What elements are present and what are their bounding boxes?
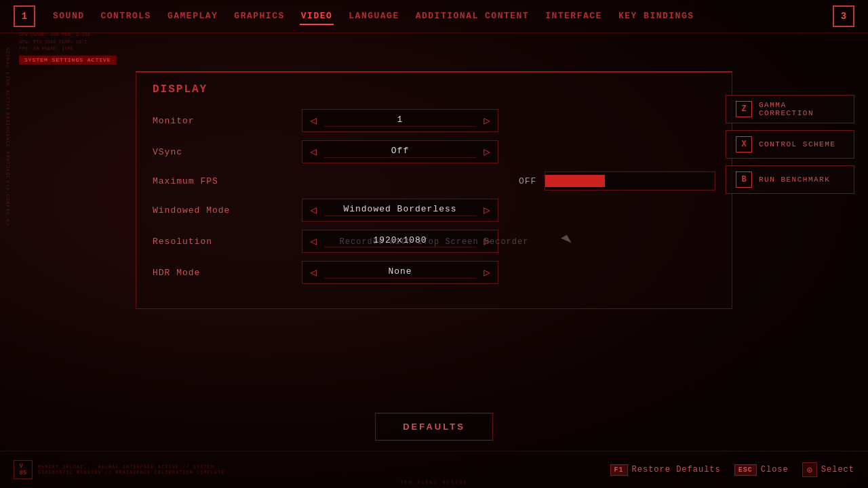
tab-video[interactable]: VIDEO: [300, 8, 334, 25]
v-badge: V85: [14, 460, 33, 479]
select-icon: ⊙: [802, 462, 817, 477]
control-scheme-label: CONTROL SCHEME: [759, 140, 835, 148]
tab-gameplay[interactable]: GAMEPLAY: [166, 8, 219, 25]
hdr-mode-selector[interactable]: ◁ None ▷: [302, 261, 498, 284]
hdr-mode-next-btn[interactable]: ▷: [476, 262, 498, 283]
hdr-mode-label: HDR Mode: [153, 268, 288, 278]
windowed-mode-next-btn[interactable]: ▷: [476, 199, 498, 221]
watermark: Recorded with iTop Screen Recorder: [340, 237, 529, 247]
tab-key-bindings[interactable]: KEY BINDINGS: [617, 8, 696, 25]
vsync-row: VSync ◁ Off ▷: [153, 140, 715, 163]
vsync-label: VSync: [153, 147, 288, 157]
defaults-btn-container: DEFAULTS: [375, 413, 493, 441]
select-control[interactable]: ⊙ Select: [802, 462, 854, 477]
top-left-info: CPU USAGE: 45% MEM: 8.2GB GPU: RTX 3080 …: [19, 31, 90, 53]
bottom-left-info: V85 MEMORY UPLOAD... NEURAL INTERFACE AC…: [14, 460, 241, 479]
windowed-mode-label: Windowed Mode: [153, 205, 288, 216]
gamma-correction-btn[interactable]: Z GAMMA CORRECTION: [726, 95, 854, 123]
run-benchmark-key: B: [736, 171, 752, 188]
vsync-next-btn[interactable]: ▷: [476, 141, 498, 163]
section-title: Display: [153, 83, 715, 96]
right-shortcuts: Z GAMMA CORRECTION X CONTROL SCHEME B RU…: [726, 95, 854, 194]
vsync-prev-btn[interactable]: ◁: [302, 141, 324, 163]
tab-interface[interactable]: INTERFACE: [544, 8, 604, 25]
tab-language[interactable]: LANGUAGE: [347, 8, 400, 25]
close-control[interactable]: ESC Close: [734, 464, 789, 476]
hdr-mode-prev-btn[interactable]: ◁: [302, 262, 324, 283]
bottom-ticker-text: MEMORY UPLOAD... NEURAL INTERFACE ACTIVE…: [38, 464, 241, 475]
defaults-button[interactable]: DEFAULTS: [375, 413, 493, 441]
top-navigation: 1 SOUND CONTROLS GAMEPLAY GRAPHICS VIDEO…: [0, 0, 868, 33]
fps-slider[interactable]: [545, 171, 715, 190]
tab-sound[interactable]: SOUND: [52, 8, 86, 25]
windowed-mode-row: Windowed Mode ◁ Windowed Borderless ▷: [153, 199, 715, 222]
monitor-selector[interactable]: ◁ 1 ▷: [302, 109, 498, 132]
monitor-row: Monitor ◁ 1 ▷: [153, 109, 715, 132]
monitor-prev-btn[interactable]: ◁: [302, 110, 324, 131]
hdr-mode-row: HDR Mode ◁ None ▷: [153, 261, 715, 284]
esc-key: ESC: [734, 464, 757, 476]
bottom-right-controls: F1 Restore Defaults ESC Close ⊙ Select: [610, 462, 854, 477]
fps-control[interactable]: OFF: [519, 171, 715, 190]
vsync-selector[interactable]: ◁ Off ▷: [302, 140, 498, 163]
vsync-value: Off: [324, 146, 476, 158]
gamma-correction-label: GAMMA CORRECTION: [759, 101, 844, 117]
f1-key: F1: [610, 464, 628, 476]
tab-controls[interactable]: CONTROLS: [100, 8, 153, 25]
tab-graphics[interactable]: GRAPHICS: [233, 8, 285, 25]
nav-badge-left: 1: [14, 5, 35, 27]
hdr-mode-value: None: [324, 266, 476, 279]
bottom-ticker: TEN.FLEKS.ROSING: [400, 480, 467, 485]
close-label: Close: [761, 465, 789, 474]
fps-row: Maximum FPS OFF: [153, 171, 715, 190]
fps-label: Maximum FPS: [153, 176, 288, 186]
control-scheme-key: X: [736, 136, 752, 152]
nav-badge-right: 3: [833, 5, 854, 27]
select-label: Select: [821, 465, 854, 474]
fps-slider-fill: [545, 175, 604, 187]
gamma-correction-key: Z: [736, 101, 752, 117]
left-decoration: NEURAL LINK ACTIVE BRAINDANCE PROTOCOL S…: [0, 41, 15, 447]
monitor-next-btn[interactable]: ▷: [476, 110, 498, 131]
fps-off-text: OFF: [519, 176, 536, 186]
restore-defaults-label: Restore Defaults: [632, 465, 721, 474]
control-scheme-btn[interactable]: X CONTROL SCHEME: [726, 130, 854, 159]
run-benchmark-btn[interactable]: B RUN BENCHMARK: [726, 165, 854, 194]
windowed-mode-value: Windowed Borderless: [324, 204, 476, 216]
top-left-label: SYSTEM SETTINGS ACTIVE: [19, 56, 117, 64]
run-benchmark-label: RUN BENCHMARK: [759, 176, 830, 184]
restore-defaults-control[interactable]: F1 Restore Defaults: [610, 464, 721, 476]
tab-additional-content[interactable]: ADDITIONAL CONTENT: [414, 8, 530, 25]
resolution-prev-btn[interactable]: ◁: [302, 230, 324, 252]
resolution-label: Resolution: [153, 237, 288, 247]
monitor-label: Monitor: [153, 116, 288, 126]
monitor-value: 1: [324, 115, 476, 127]
display-section: Display Monitor ◁ 1 ▷ VSync ◁ Off ▷: [136, 71, 732, 309]
windowed-mode-prev-btn[interactable]: ◁: [302, 199, 324, 221]
nav-tabs: SOUND CONTROLS GAMEPLAY GRAPHICS VIDEO L…: [52, 8, 816, 25]
windowed-mode-selector[interactable]: ◁ Windowed Borderless ▷: [302, 199, 498, 222]
